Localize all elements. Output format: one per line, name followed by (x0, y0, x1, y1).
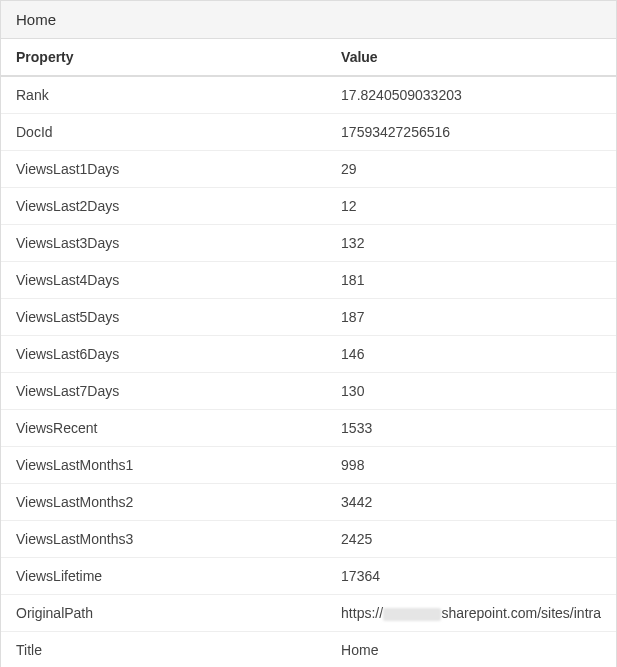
property-cell: ViewsLast7Days (1, 373, 326, 410)
table-row: ViewsLast4Days181 (1, 262, 616, 299)
property-cell: Title (1, 632, 326, 668)
table-row: ViewsLast7Days130 (1, 373, 616, 410)
table-row: ViewsLifetime17364 (1, 558, 616, 595)
property-cell: ViewsLast2Days (1, 188, 326, 225)
property-cell: ViewsLast3Days (1, 225, 326, 262)
property-cell: DocId (1, 114, 326, 151)
property-cell: ViewsRecent (1, 410, 326, 447)
property-cell: OriginalPath (1, 595, 326, 632)
value-cell: 187 (326, 299, 616, 336)
value-cell: 146 (326, 336, 616, 373)
table-row: Rank17.8240509033203 (1, 76, 616, 114)
property-cell: ViewsLastMonths2 (1, 484, 326, 521)
property-cell: ViewsLastMonths1 (1, 447, 326, 484)
value-cell: 998 (326, 447, 616, 484)
table-row: OriginalPathhttps:// sharepoint.com/site… (1, 595, 616, 632)
value-cell: 17593427256516 (326, 114, 616, 151)
value-cell: 3442 (326, 484, 616, 521)
value-cell: 12 (326, 188, 616, 225)
redacted-segment (383, 608, 441, 621)
value-suffix: sharepoint.com/sites/intra (441, 605, 601, 621)
table-row: ViewsLast5Days187 (1, 299, 616, 336)
table-row: ViewsLast3Days132 (1, 225, 616, 262)
table-row: ViewsLast6Days146 (1, 336, 616, 373)
table-row: TitleHome (1, 632, 616, 668)
value-cell: 17.8240509033203 (326, 76, 616, 114)
table-row: ViewsLast2Days12 (1, 188, 616, 225)
property-cell: ViewsLast5Days (1, 299, 326, 336)
value-cell: https:// sharepoint.com/sites/intra (326, 595, 616, 632)
property-cell: ViewsLast4Days (1, 262, 326, 299)
column-header-property[interactable]: Property (1, 39, 326, 76)
value-cell: 29 (326, 151, 616, 188)
properties-panel: Home Property Value Rank17.8240509033203… (0, 0, 617, 667)
value-cell: Home (326, 632, 616, 668)
value-prefix: https:// (341, 605, 383, 621)
table-row: ViewsLastMonths1998 (1, 447, 616, 484)
value-cell: 132 (326, 225, 616, 262)
properties-table: Property Value Rank17.8240509033203DocId… (1, 39, 616, 667)
property-cell: Rank (1, 76, 326, 114)
property-cell: ViewsLast1Days (1, 151, 326, 188)
table-row: ViewsLast1Days29 (1, 151, 616, 188)
column-header-value[interactable]: Value (326, 39, 616, 76)
property-cell: ViewsLast6Days (1, 336, 326, 373)
property-cell: ViewsLastMonths3 (1, 521, 326, 558)
value-cell: 130 (326, 373, 616, 410)
value-cell: 2425 (326, 521, 616, 558)
table-row: ViewsRecent1533 (1, 410, 616, 447)
property-cell: ViewsLifetime (1, 558, 326, 595)
value-cell: 17364 (326, 558, 616, 595)
panel-title: Home (1, 1, 616, 39)
value-cell: 181 (326, 262, 616, 299)
table-row: DocId17593427256516 (1, 114, 616, 151)
table-row: ViewsLastMonths23442 (1, 484, 616, 521)
value-cell: 1533 (326, 410, 616, 447)
table-row: ViewsLastMonths32425 (1, 521, 616, 558)
